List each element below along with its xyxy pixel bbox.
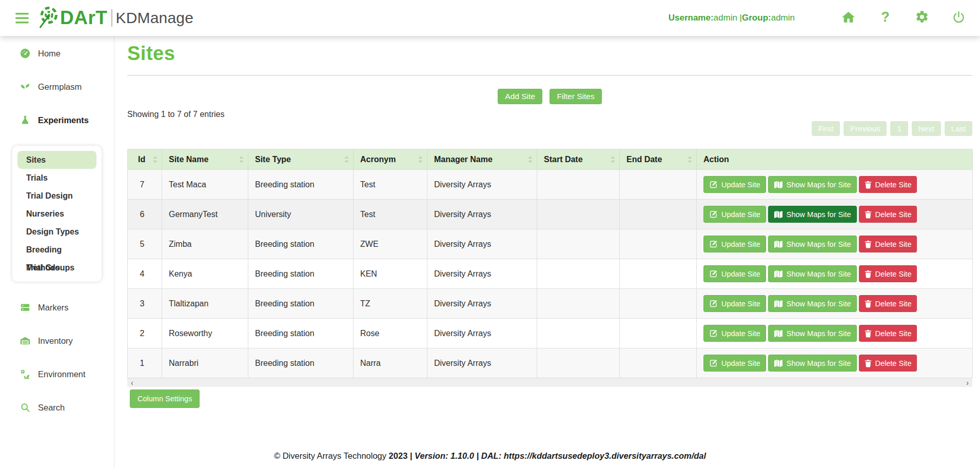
show-maps-for-site-button[interactable]: Show Maps for Site <box>768 325 857 342</box>
sidebar-item-search[interactable]: Search <box>0 400 114 415</box>
show-maps-for-site-button[interactable]: Show Maps for Site <box>768 295 857 312</box>
map-icon <box>774 270 783 278</box>
username-value: admin <box>714 13 737 23</box>
cell-manager-name: Diversity Arrays <box>427 170 537 200</box>
sidebar-item-trial-groups[interactable]: Trial Groups <box>17 259 96 277</box>
column-header-action[interactable]: Action <box>697 149 973 170</box>
column-header-acronym[interactable]: Acronym <box>354 149 427 170</box>
username-label: Username: <box>669 13 714 23</box>
power-icon[interactable] <box>952 10 966 24</box>
scroll-left-arrow[interactable]: ‹ <box>131 379 133 387</box>
hamburger-menu-icon[interactable] <box>15 13 29 24</box>
sidebar-item-breeding-methods[interactable]: Breeding Methods <box>17 241 96 259</box>
add-site-button[interactable]: Add Site <box>498 89 542 104</box>
edit-icon <box>709 329 718 338</box>
update-site-button[interactable]: Update Site <box>703 236 766 252</box>
show-maps-for-site-button[interactable]: Show Maps for Site <box>768 265 857 282</box>
delete-site-button[interactable]: Delete Site <box>859 355 917 372</box>
pagination-1-button[interactable]: 1 <box>890 121 908 136</box>
show-maps-for-site-button[interactable]: Show Maps for Site <box>768 355 857 372</box>
sidebar-item-inventory[interactable]: Inventory <box>0 333 114 348</box>
cell-site-name: Tlaltizapan <box>162 289 248 319</box>
sidebar-item-nurseries[interactable]: Nurseries <box>17 205 96 223</box>
sidebar-item-label: Inventory <box>38 336 73 346</box>
cell-start-date <box>537 229 620 259</box>
cell-id: 6 <box>128 200 162 229</box>
map-icon <box>774 329 783 338</box>
dart-logo-icon <box>36 6 59 31</box>
show-maps-for-site-button[interactable]: Show Maps for Site <box>768 206 857 223</box>
brand-separator <box>111 9 112 27</box>
cell-id: 7 <box>128 170 162 200</box>
trash-icon <box>865 300 872 308</box>
pagination-last-button[interactable]: Last <box>945 121 972 136</box>
sidebar-item-home[interactable]: Home <box>0 46 114 61</box>
column-header-site-type[interactable]: Site Type <box>248 149 354 170</box>
sidebar-item-environment[interactable]: Environment <box>0 366 114 382</box>
button-label: Delete Site <box>875 181 912 189</box>
cell-end-date <box>620 289 697 319</box>
delete-site-button[interactable]: Delete Site <box>859 236 917 252</box>
sidebar-item-trial-design[interactable]: Trial Design <box>17 187 96 205</box>
column-header-end-date[interactable]: End Date <box>620 149 697 170</box>
footer-version-dal: Version: 1.10.0 | DAL: https://kddartsus… <box>415 451 706 460</box>
dashboard-icon <box>19 48 31 59</box>
home-icon[interactable] <box>841 10 856 24</box>
sidebar-item-design-types[interactable]: Design Types <box>17 223 96 241</box>
cell-manager-name: Diversity Arrays <box>427 229 537 259</box>
horizontal-scrollbar[interactable]: ‹ › <box>127 378 972 387</box>
column-header-site-name[interactable]: Site Name <box>162 149 248 170</box>
cell-manager-name: Diversity Arrays <box>427 259 537 289</box>
pagination-first-button[interactable]: First <box>812 121 840 136</box>
gear-icon[interactable] <box>915 10 929 24</box>
cell-site-type: Breeding station <box>248 170 354 200</box>
delete-site-button[interactable]: Delete Site <box>859 265 917 282</box>
cell-manager-name: Diversity Arrays <box>427 289 537 319</box>
cell-action: Update SiteShow Maps for SiteDelete Site <box>697 348 973 378</box>
table-row: 2RoseworthyBreeding stationRoseDiversity… <box>128 319 973 348</box>
cell-manager-name: Diversity Arrays <box>427 200 537 229</box>
column-header-id[interactable]: Id <box>128 149 162 170</box>
sidebar-item-label: Environment <box>38 369 86 379</box>
sidebar-item-trials[interactable]: Trials <box>17 169 96 187</box>
cell-end-date <box>620 319 697 348</box>
filter-sites-button[interactable]: Filter Sites <box>550 89 601 104</box>
update-site-button[interactable]: Update Site <box>703 355 766 372</box>
update-site-button[interactable]: Update Site <box>703 265 766 282</box>
edit-icon <box>709 210 718 219</box>
delete-site-button[interactable]: Delete Site <box>859 325 917 342</box>
cell-site-type: Breeding station <box>248 348 354 378</box>
cell-id: 2 <box>128 319 162 348</box>
toolbar: Add Site Filter Sites <box>127 89 972 104</box>
delete-site-button[interactable]: Delete Site <box>859 206 917 223</box>
column-label: Acronym <box>360 155 396 164</box>
show-maps-for-site-button[interactable]: Show Maps for Site <box>768 236 857 252</box>
column-settings-button[interactable]: Column Settings <box>130 389 200 408</box>
sort-icon <box>418 156 423 163</box>
delete-site-button[interactable]: Delete Site <box>859 295 917 312</box>
sort-icon <box>344 156 349 163</box>
show-maps-for-site-button[interactable]: Show Maps for Site <box>768 176 857 193</box>
button-label: Update Site <box>721 181 760 189</box>
update-site-button[interactable]: Update Site <box>703 206 766 223</box>
update-site-button[interactable]: Update Site <box>703 176 766 193</box>
cell-site-type: Breeding station <box>248 289 354 319</box>
group-label: Group: <box>742 13 771 23</box>
sidebar-item-markers[interactable]: Markers <box>0 300 114 315</box>
pagination-next-button[interactable]: Next <box>912 121 941 136</box>
edit-icon <box>709 180 718 189</box>
delete-site-button[interactable]: Delete Site <box>859 176 917 193</box>
column-header-manager-name[interactable]: Manager Name <box>427 149 537 170</box>
help-icon[interactable]: ? <box>878 10 892 24</box>
brand-kdmanage: KDManage <box>115 9 193 27</box>
svg-text:?: ? <box>881 10 890 24</box>
column-header-start-date[interactable]: Start Date <box>537 149 620 170</box>
sidebar-item-experiments[interactable]: Experiments <box>0 112 114 128</box>
update-site-button[interactable]: Update Site <box>703 295 766 312</box>
pagination-previous-button[interactable]: Previous <box>844 121 887 136</box>
scroll-right-arrow[interactable]: › <box>966 379 969 387</box>
update-site-button[interactable]: Update Site <box>703 325 766 342</box>
sidebar-item-germplasm[interactable]: Germplasm <box>0 79 114 94</box>
sidebar-item-sites[interactable]: Sites <box>17 151 96 169</box>
button-label: Update Site <box>721 359 760 367</box>
